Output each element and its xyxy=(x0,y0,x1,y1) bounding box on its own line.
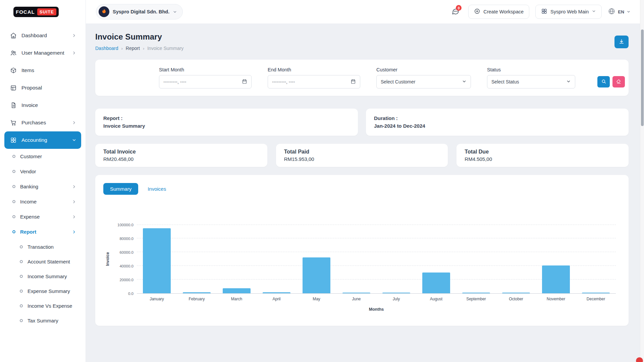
logo-focal-text: FOCAL xyxy=(16,9,35,15)
company-selector[interactable]: Syspro Digital Sdn. Bhd. xyxy=(96,4,183,19)
end-month-field-group: End Month ---------, ---- xyxy=(268,67,360,88)
sidebar-item-expense-summary[interactable]: Expense Summary xyxy=(4,284,81,298)
sidebar-item-label: Banking xyxy=(20,184,67,189)
cart-icon xyxy=(10,119,17,126)
bar-slot-january xyxy=(137,225,177,293)
sidebar-item-dashboard[interactable]: Dashboard xyxy=(4,27,81,44)
app-logo: FOCAL SUITE xyxy=(0,0,86,23)
workspace-menu-button[interactable]: Syspro Web Main xyxy=(535,5,602,19)
sidebar-item-income[interactable]: Income xyxy=(4,194,81,209)
plot-column: JanuaryFebruaryMarchAprilMayJuneJulyAugu… xyxy=(137,225,616,312)
sidebar-item-report[interactable]: Report xyxy=(4,224,81,239)
sidebar-item-items[interactable]: Items xyxy=(4,62,81,79)
breadcrumb-dashboard[interactable]: Dashboard xyxy=(95,46,118,51)
scrollbar-thumb[interactable] xyxy=(641,29,644,126)
sidebar-item-income-vs-expense[interactable]: Income Vs Expense xyxy=(4,298,81,313)
chevron-right-icon xyxy=(72,184,76,189)
start-month-input[interactable]: ---------, ---- xyxy=(159,75,252,88)
chevron-right-icon xyxy=(72,51,76,55)
sidebar-item-label: Income Vs Expense xyxy=(28,303,76,309)
tab-summary[interactable]: Summary xyxy=(103,183,138,195)
status-field-group: Status Select Status xyxy=(487,67,575,88)
duration-label: Duration : xyxy=(374,114,621,122)
tab-invoices[interactable]: Invoices xyxy=(141,183,173,195)
floating-notification-dot[interactable] xyxy=(636,357,643,362)
duration-info-card: Duration : Jan-2024 to Dec-2024 xyxy=(366,109,629,136)
date-placeholder: ---------, ---- xyxy=(272,79,295,84)
status-select[interactable]: Select Status xyxy=(487,75,575,88)
sidebar-item-banking[interactable]: Banking xyxy=(4,179,81,194)
breadcrumb: Dashboard › Report › Invoice Summary xyxy=(95,46,183,51)
bar-june xyxy=(342,293,370,293)
customer-select[interactable]: Select Customer xyxy=(376,75,471,88)
sidebar-item-account-statement[interactable]: Account Statement xyxy=(4,254,81,269)
y-axis-title-col: Invoice xyxy=(103,225,112,294)
sidebar-item-proposal[interactable]: Proposal xyxy=(4,79,81,97)
x-tick-label: September xyxy=(456,297,496,301)
app-root: FOCAL SUITE DashboardUser ManagementItem… xyxy=(0,0,644,362)
bar-slot-july xyxy=(376,225,416,293)
sidebar-item-income-summary[interactable]: Income Summary xyxy=(4,269,81,284)
bullet-icon xyxy=(20,319,23,322)
sidebar-item-accounting[interactable]: Accounting xyxy=(4,131,81,149)
bar-slot-september xyxy=(456,225,496,293)
chevron-right-icon xyxy=(72,230,76,234)
sidebar-item-tax-summary[interactable]: Tax Summary xyxy=(4,313,81,328)
grid-icon xyxy=(10,137,17,143)
sidebar-item-purchases[interactable]: Purchases xyxy=(4,114,81,131)
sidebar-item-user-management[interactable]: User Management xyxy=(4,44,81,62)
stat-label: Total Due xyxy=(465,149,621,155)
company-name: Syspro Digital Sdn. Bhd. xyxy=(113,9,169,14)
chat-button[interactable]: 0 xyxy=(448,5,462,18)
sidebar-item-label: Tax Summary xyxy=(28,318,76,323)
bullet-icon xyxy=(20,275,23,278)
bullet-icon xyxy=(12,185,15,188)
create-workspace-label: Create Workspace xyxy=(483,9,524,14)
sidebar-item-label: Income Summary xyxy=(28,274,76,279)
x-tick-label: April xyxy=(257,297,297,301)
logo-suite-text: SUITE xyxy=(37,8,56,15)
bars xyxy=(137,225,616,293)
search-button[interactable] xyxy=(597,76,610,87)
chevron-right-icon xyxy=(72,120,76,125)
bar-slot-november xyxy=(536,225,576,293)
bullet-icon xyxy=(12,200,15,203)
breadcrumb-report[interactable]: Report xyxy=(126,46,140,51)
chevron-right-icon xyxy=(72,199,76,204)
chevron-down-icon xyxy=(627,9,631,15)
users-icon xyxy=(10,50,17,56)
sidebar-item-customer[interactable]: Customer xyxy=(4,149,81,164)
chevron-down-icon xyxy=(592,9,596,14)
report-info-card: Report : Invoice Summary xyxy=(95,109,358,136)
x-tick-label: February xyxy=(177,297,217,301)
sidebar-item-transaction[interactable]: Transaction xyxy=(4,239,81,254)
bullet-icon xyxy=(12,230,15,233)
stat-label: Total Invoice xyxy=(103,149,259,155)
y-tick-label: 0.0 xyxy=(128,292,133,296)
company-logo-icon xyxy=(99,6,109,17)
bar-october xyxy=(502,293,530,293)
customer-label: Customer xyxy=(376,67,471,72)
chart-card: Summary Invoices Invoice 0.020000.040000… xyxy=(95,175,629,326)
language-selector[interactable]: EN xyxy=(608,7,631,16)
reset-filter-button[interactable] xyxy=(612,76,625,87)
sidebar-item-label: Invoice xyxy=(21,102,76,108)
filter-actions xyxy=(597,76,625,88)
download-icon xyxy=(619,39,625,46)
bar-april xyxy=(263,292,290,293)
date-placeholder: ---------, ---- xyxy=(163,79,186,84)
end-month-input[interactable]: ---------, ---- xyxy=(268,75,360,88)
sidebar-item-label: Transaction xyxy=(28,244,76,250)
bar-december xyxy=(582,293,610,293)
download-button[interactable] xyxy=(614,36,629,48)
bar-chart: Invoice 0.020000.040000.060000.080000.01… xyxy=(103,225,621,312)
x-tick-label: May xyxy=(297,297,336,301)
y-tick-label: 20000.0 xyxy=(119,278,133,282)
filter-card: Start Month ---------, ---- End Month --… xyxy=(95,60,629,96)
sidebar-item-invoice[interactable]: Invoice xyxy=(4,97,81,114)
sidebar-item-vendor[interactable]: Vendor xyxy=(4,164,81,179)
calendar-icon xyxy=(351,79,356,85)
create-workspace-button[interactable]: Create Workspace xyxy=(468,5,529,19)
stat-value: RM4.505,00 xyxy=(465,156,621,162)
sidebar-item-expense[interactable]: Expense xyxy=(4,209,81,224)
